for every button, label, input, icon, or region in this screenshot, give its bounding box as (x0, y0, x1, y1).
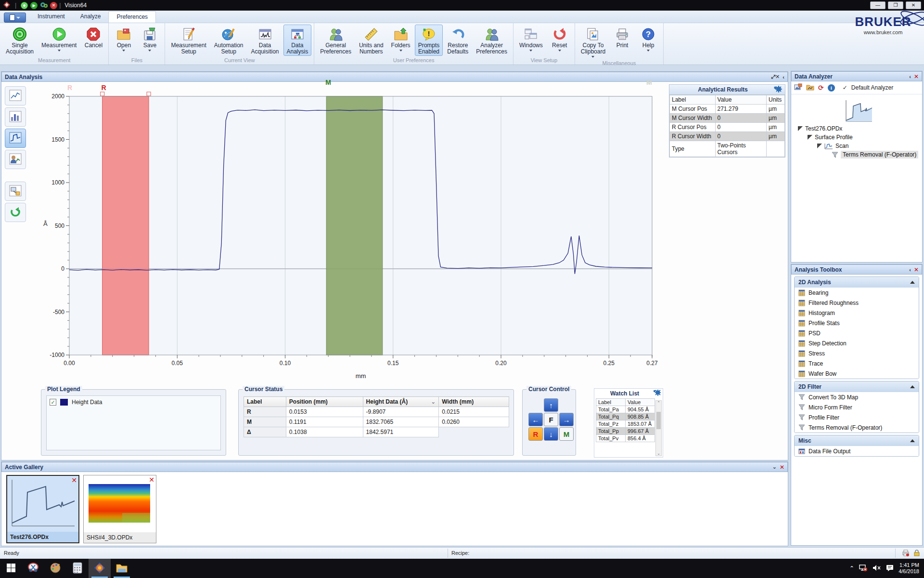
toolbox-item[interactable]: Profile Filter (795, 412, 919, 422)
table-row[interactable]: Total_Pv856.4 Å (596, 435, 655, 442)
r-cursor-band[interactable] (103, 96, 149, 355)
scroll-down-icon[interactable]: ⌄ (657, 451, 660, 456)
collapse-left-icon[interactable]: ‹ (909, 74, 911, 79)
column-header[interactable]: Label (670, 95, 716, 105)
tree-expander-icon[interactable] (817, 144, 822, 148)
m-cursor-band[interactable] (326, 96, 383, 355)
close-icon[interactable]: ✕ (914, 73, 919, 80)
table-row[interactable]: Total_Pz1853.07 Å (596, 420, 655, 428)
expand-icon[interactable]: ⤢✕ (771, 74, 780, 80)
gear-icon[interactable] (653, 390, 661, 397)
column-header[interactable]: Width (mm) (439, 397, 509, 407)
table-row[interactable]: R Cursor Width0µm (670, 132, 785, 141)
help-button[interactable]: ?Help (636, 25, 661, 53)
taskbar-calculator-button[interactable] (66, 559, 89, 578)
taskbar-paint-button[interactable] (44, 559, 66, 578)
toolbox-item[interactable]: Filtered Roughness (795, 298, 919, 308)
r-cursor-handle[interactable] (147, 92, 151, 96)
info-icon[interactable]: i (828, 84, 835, 92)
table-row[interactable]: Total_Pq908.85 Å (596, 413, 655, 420)
taskbar-snipping-tool-button[interactable] (22, 559, 44, 578)
folder-chart-icon[interactable] (806, 83, 814, 92)
sidebar-export-view-button[interactable] (5, 182, 26, 201)
column-header[interactable]: Label (596, 399, 626, 406)
position-cell[interactable]: 0.0153 (286, 407, 363, 417)
toolbox-section-header[interactable]: 2D Analysis (795, 277, 919, 288)
position-cell[interactable]: 0.1038 (286, 427, 363, 437)
toolbox-item[interactable]: Convert To 3D Map (795, 392, 919, 402)
toolbox-item[interactable]: Step Detection (795, 338, 919, 348)
run-icon[interactable]: ▶ (30, 2, 38, 9)
sidebar-analysis-view-button[interactable] (5, 129, 26, 148)
tree-item[interactable]: Surface Profile (791, 133, 922, 142)
automation-setup-button[interactable]: AutomationSetup (211, 25, 247, 56)
toolbox-item[interactable]: Stress (795, 348, 919, 358)
print-button[interactable]: Print (610, 25, 635, 50)
r-cursor-handle[interactable] (101, 92, 104, 96)
windows-button[interactable]: Windows (516, 25, 546, 53)
cancel-button[interactable]: Cancel (81, 25, 106, 50)
close-icon[interactable]: ✕ (780, 464, 784, 471)
gallery-item[interactable]: ✕Test276.OPDx (6, 475, 79, 543)
taskbar-vision64-button[interactable] (89, 559, 111, 578)
close-icon[interactable]: ✕ (149, 476, 154, 484)
toolbox-item[interactable]: Micro Form Filter (795, 402, 919, 412)
collapse-up-icon[interactable] (910, 439, 915, 442)
minimize-button[interactable]: — (870, 1, 886, 9)
toolbox-item[interactable]: Histogram (795, 308, 919, 318)
collapse-up-icon[interactable] (910, 385, 915, 388)
abort-icon[interactable]: ✕ (50, 2, 57, 9)
refresh-icon[interactable]: ⟳ (818, 84, 824, 92)
toolbox-item[interactable]: Terms Removal (F-Operator) (795, 422, 919, 433)
maximize-button[interactable]: ❐ (888, 1, 903, 9)
tree-expander-icon[interactable] (798, 126, 803, 131)
chart-svg[interactable]: RMRM2000150010005000-500-10000.000.050.1… (38, 79, 669, 390)
table-row[interactable]: Total_Pa904.55 Å (596, 406, 655, 413)
cursor-right-button[interactable]: → (559, 413, 574, 426)
restore-defaults-button[interactable]: RestoreDefaults (444, 25, 472, 56)
column-header[interactable]: Units (767, 95, 785, 105)
close-icon[interactable]: ✕ (71, 476, 77, 484)
table-row[interactable]: M Cursor Pos271.279µm (670, 105, 785, 114)
height-cell[interactable]: 1842.5971 (363, 427, 439, 437)
toolbox-item[interactable]: Trace (795, 358, 919, 368)
column-header[interactable]: Value (715, 95, 766, 105)
sidebar-histogram-view-button[interactable] (5, 107, 26, 127)
data-analysis-button[interactable]: DataAnalysis (283, 25, 312, 56)
measurement-setup-button[interactable]: MeasurementSetup (167, 25, 209, 56)
close-button[interactable]: ✕ (906, 1, 921, 9)
watch-scrollbar[interactable]: ⌃⌄ (655, 400, 662, 456)
notifications-icon[interactable] (886, 565, 894, 573)
tree-expander-icon[interactable] (808, 135, 812, 140)
column-header[interactable]: Value (626, 399, 655, 406)
toolbox-section-header[interactable]: 2D Filter (795, 381, 919, 392)
reset-button[interactable]: Reset (547, 25, 572, 53)
table-row[interactable]: TypeTwo-Points Cursors (670, 141, 785, 157)
cursor-f-button[interactable]: F (544, 413, 558, 426)
tab-preferences[interactable]: Preferences (108, 11, 156, 23)
gallery-item[interactable]: ✕SHS#4_3D.OPDx (83, 475, 156, 543)
table-row[interactable]: Total_Pp996.67 Å (596, 428, 655, 435)
cursor-up-button[interactable]: ↑ (544, 398, 558, 412)
prompts-enabled-button[interactable]: !PromptsEnabled (415, 25, 443, 56)
taskbar-clock[interactable]: 1:41 PM 4/6/2018 (898, 562, 921, 575)
tree-item[interactable]: Terms Removal (F-Operator) (791, 150, 922, 159)
toolbox-section-header[interactable]: Misc (795, 435, 919, 446)
analyzer-preferences-button[interactable]: AnalyzerPreferences (473, 25, 511, 56)
copy-to-clipboard-button[interactable]: Copy ToClipboard (578, 25, 609, 59)
dataset-thumbnail[interactable] (844, 99, 873, 122)
toolbox-item[interactable]: Profile Stats (795, 318, 919, 328)
collapse-up-icon[interactable] (910, 281, 915, 284)
column-header[interactable]: Label (244, 397, 286, 407)
toolbox-item[interactable]: Wafer Bow (795, 368, 919, 379)
sidebar-profile-view-button[interactable] (5, 86, 26, 105)
toolbox-item[interactable]: Bearing (795, 288, 919, 298)
tree-item[interactable]: Scan (791, 142, 922, 150)
taskbar-file-explorer-button[interactable] (111, 559, 133, 578)
save-button[interactable]: Save (137, 25, 162, 53)
volume-muted-icon[interactable] (873, 565, 881, 573)
close-icon[interactable]: ✕ (914, 266, 919, 273)
scroll-up-icon[interactable]: ⌃ (657, 401, 660, 405)
sidebar-refresh-view-button[interactable] (5, 203, 26, 222)
legend-checkbox[interactable]: ✓ (50, 399, 56, 406)
